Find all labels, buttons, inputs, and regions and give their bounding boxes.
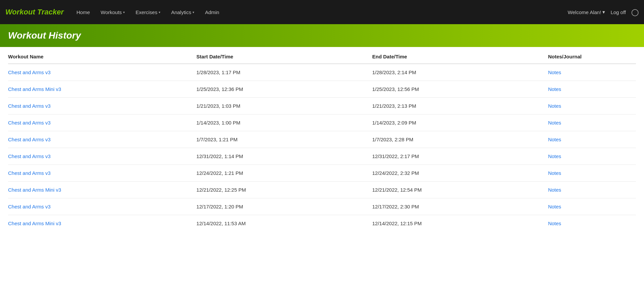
- workout-name-cell: Chest and Arms v3: [8, 64, 197, 81]
- table-row: Chest and Arms v312/24/2022, 1:21 PM12/2…: [8, 165, 636, 182]
- nav-workouts[interactable]: Workouts ▾: [96, 7, 129, 18]
- nav-analytics[interactable]: Analytics ▾: [166, 7, 199, 18]
- workout-name-link[interactable]: Chest and Arms v3: [8, 69, 51, 75]
- notes-link[interactable]: Notes: [548, 120, 561, 126]
- workout-name-link[interactable]: Chest and Arms Mini v3: [8, 187, 61, 193]
- notes-link[interactable]: Notes: [548, 170, 561, 176]
- start-datetime-cell: 1/7/2023, 1:21 PM: [197, 131, 372, 148]
- chevron-down-icon: ▾: [193, 10, 194, 14]
- workout-name-cell: Chest and Arms v3: [8, 98, 197, 114]
- workout-name-link[interactable]: Chest and Arms v3: [8, 153, 51, 159]
- start-datetime-cell: 1/25/2023, 12:36 PM: [197, 81, 372, 98]
- workout-name-link[interactable]: Chest and Arms v3: [8, 137, 51, 142]
- table-row: Chest and Arms v31/14/2023, 1:00 PM1/14/…: [8, 114, 636, 131]
- workout-name-link[interactable]: Chest and Arms Mini v3: [8, 86, 61, 92]
- notes-cell: Notes: [548, 98, 636, 114]
- brand-logo[interactable]: Workout Tracker: [5, 8, 64, 16]
- notes-cell: Notes: [548, 148, 636, 165]
- workout-name-link[interactable]: Chest and Arms v3: [8, 170, 51, 176]
- workout-name-link[interactable]: Chest and Arms v3: [8, 120, 51, 126]
- notes-link[interactable]: Notes: [548, 103, 561, 109]
- table-header: Workout Name Start Date/Time End Date/Ti…: [8, 47, 636, 64]
- workout-name-link[interactable]: Chest and Arms Mini v3: [8, 221, 61, 226]
- nav-admin[interactable]: Admin: [200, 7, 224, 18]
- end-datetime-cell: 12/21/2022, 12:54 PM: [372, 182, 548, 198]
- notes-cell: Notes: [548, 114, 636, 131]
- page-header: Workout History: [0, 24, 644, 47]
- end-datetime-cell: 1/21/2023, 2:13 PM: [372, 98, 548, 114]
- table-row: Chest and Arms v31/7/2023, 1:21 PM1/7/20…: [8, 131, 636, 148]
- chevron-down-icon: ▾: [602, 9, 605, 15]
- notes-cell: Notes: [548, 215, 636, 232]
- start-datetime-cell: 12/24/2022, 1:21 PM: [197, 165, 372, 182]
- table-row: Chest and Arms v31/28/2023, 1:17 PM1/28/…: [8, 64, 636, 81]
- table-row: Chest and Arms Mini v312/21/2022, 12:25 …: [8, 182, 636, 198]
- notes-link[interactable]: Notes: [548, 86, 561, 92]
- workout-name-link[interactable]: Chest and Arms v3: [8, 103, 51, 109]
- table-row: Chest and Arms Mini v31/25/2023, 12:36 P…: [8, 81, 636, 98]
- page-title: Workout History: [8, 30, 636, 41]
- table-row: Chest and Arms v312/31/2022, 1:14 PM12/3…: [8, 148, 636, 165]
- welcome-menu[interactable]: Welcome Alan! ▾: [568, 9, 605, 15]
- notes-cell: Notes: [548, 198, 636, 215]
- start-datetime-cell: 12/17/2022, 1:20 PM: [197, 198, 372, 215]
- notes-cell: Notes: [548, 182, 636, 198]
- table-row: Chest and Arms v31/21/2023, 1:03 PM1/21/…: [8, 98, 636, 114]
- notes-link[interactable]: Notes: [548, 153, 561, 159]
- end-datetime-cell: 12/14/2022, 12:15 PM: [372, 215, 548, 232]
- col-header-end: End Date/Time: [372, 47, 548, 64]
- notes-cell: Notes: [548, 131, 636, 148]
- notes-link[interactable]: Notes: [548, 137, 561, 142]
- end-datetime-cell: 1/25/2023, 12:56 PM: [372, 81, 548, 98]
- notes-link[interactable]: Notes: [548, 204, 561, 209]
- workout-name-cell: Chest and Arms Mini v3: [8, 215, 197, 232]
- start-datetime-cell: 1/21/2023, 1:03 PM: [197, 98, 372, 114]
- start-datetime-cell: 12/31/2022, 1:14 PM: [197, 148, 372, 165]
- table-row: Chest and Arms v312/17/2022, 1:20 PM12/1…: [8, 198, 636, 215]
- end-datetime-cell: 12/17/2022, 2:30 PM: [372, 198, 548, 215]
- nav-right: Welcome Alan! ▾ Log off ◯: [568, 8, 639, 16]
- logoff-link[interactable]: Log off: [610, 9, 626, 15]
- table-container: Workout Name Start Date/Time End Date/Ti…: [0, 47, 644, 232]
- chevron-down-icon: ▾: [159, 10, 160, 14]
- workout-history-table: Workout Name Start Date/Time End Date/Ti…: [8, 47, 636, 232]
- workout-name-cell: Chest and Arms v3: [8, 198, 197, 215]
- start-datetime-cell: 1/14/2023, 1:00 PM: [197, 114, 372, 131]
- workout-name-cell: Chest and Arms v3: [8, 131, 197, 148]
- notes-cell: Notes: [548, 165, 636, 182]
- start-datetime-cell: 12/14/2022, 11:53 AM: [197, 215, 372, 232]
- end-datetime-cell: 1/28/2023, 2:14 PM: [372, 64, 548, 81]
- notes-link[interactable]: Notes: [548, 221, 561, 226]
- col-header-start: Start Date/Time: [197, 47, 372, 64]
- navbar: Workout Tracker Home Workouts ▾ Exercise…: [0, 0, 644, 24]
- end-datetime-cell: 1/14/2023, 2:09 PM: [372, 114, 548, 131]
- chevron-down-icon: ▾: [123, 10, 125, 14]
- workout-name-cell: Chest and Arms v3: [8, 165, 197, 182]
- workout-name-cell: Chest and Arms v3: [8, 148, 197, 165]
- end-datetime-cell: 1/7/2023, 2:28 PM: [372, 131, 548, 148]
- github-icon[interactable]: ◯: [631, 8, 639, 16]
- end-datetime-cell: 12/31/2022, 2:17 PM: [372, 148, 548, 165]
- end-datetime-cell: 12/24/2022, 2:32 PM: [372, 165, 548, 182]
- col-header-notes: Notes/Journal: [548, 47, 636, 64]
- workout-name-cell: Chest and Arms Mini v3: [8, 182, 197, 198]
- notes-cell: Notes: [548, 81, 636, 98]
- notes-link[interactable]: Notes: [548, 187, 561, 193]
- nav-home[interactable]: Home: [72, 7, 95, 18]
- workout-name-cell: Chest and Arms v3: [8, 114, 197, 131]
- start-datetime-cell: 12/21/2022, 12:25 PM: [197, 182, 372, 198]
- col-header-name: Workout Name: [8, 47, 197, 64]
- workout-name-cell: Chest and Arms Mini v3: [8, 81, 197, 98]
- table-body: Chest and Arms v31/28/2023, 1:17 PM1/28/…: [8, 64, 636, 232]
- notes-link[interactable]: Notes: [548, 69, 561, 75]
- nav-exercises[interactable]: Exercises ▾: [131, 7, 165, 18]
- workout-name-link[interactable]: Chest and Arms v3: [8, 204, 51, 209]
- start-datetime-cell: 1/28/2023, 1:17 PM: [197, 64, 372, 81]
- table-row: Chest and Arms Mini v312/14/2022, 11:53 …: [8, 215, 636, 232]
- notes-cell: Notes: [548, 64, 636, 81]
- nav-links: Home Workouts ▾ Exercises ▾ Analytics ▾ …: [72, 7, 568, 18]
